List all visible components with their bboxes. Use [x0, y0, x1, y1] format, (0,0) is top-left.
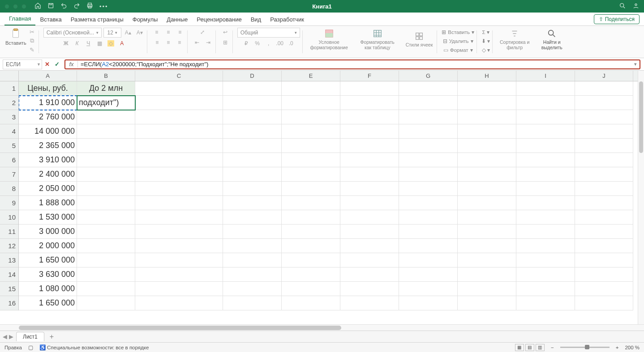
zoom-in-button[interactable]: + — [616, 345, 619, 350]
cell[interactable] — [340, 253, 399, 267]
tab-data[interactable]: Данные — [162, 13, 192, 25]
italic-button[interactable]: К — [72, 39, 82, 48]
add-sheet-button[interactable]: + — [47, 333, 56, 341]
tab-home[interactable]: Главная — [4, 13, 35, 25]
column-header[interactable]: B — [77, 71, 135, 81]
cell[interactable] — [135, 124, 223, 139]
cell[interactable] — [135, 267, 223, 282]
cell[interactable] — [575, 167, 633, 182]
format-as-table-button[interactable]: Форматировать как таблицу — [356, 28, 399, 51]
increase-decimal-icon[interactable]: .00 — [275, 39, 285, 48]
cell[interactable] — [399, 210, 458, 225]
cell[interactable] — [223, 182, 282, 196]
home-icon[interactable] — [34, 2, 41, 10]
align-right-icon[interactable]: ≡ — [175, 38, 185, 47]
cell[interactable] — [282, 196, 340, 210]
cell[interactable] — [282, 153, 340, 167]
tab-review[interactable]: Рецензирование — [192, 13, 246, 25]
align-top-icon[interactable]: ≡ — [152, 28, 162, 37]
column-header[interactable]: G — [399, 71, 458, 81]
fx-icon[interactable]: fx — [65, 61, 78, 68]
column-header[interactable]: E — [282, 71, 340, 81]
row-header[interactable]: 10 — [0, 210, 18, 225]
cell[interactable] — [340, 96, 399, 110]
bold-button[interactable]: Ж — [61, 39, 71, 48]
cell[interactable] — [516, 167, 575, 182]
cell[interactable]: 1 910 000 — [19, 96, 77, 110]
column-header[interactable]: A — [19, 71, 77, 81]
conditional-formatting-button[interactable]: Условное форматирование — [307, 28, 351, 51]
cell[interactable] — [77, 139, 135, 153]
cell[interactable]: 1 080 000 — [19, 282, 77, 296]
formula-expand-icon[interactable]: ▾ — [634, 61, 637, 67]
cell[interactable] — [516, 81, 575, 96]
row-header[interactable]: 5 — [0, 139, 18, 153]
cell[interactable] — [399, 153, 458, 167]
cell[interactable] — [340, 296, 399, 310]
cut-icon[interactable]: ✂ — [28, 28, 36, 36]
view-normal-icon[interactable]: ▦ — [515, 344, 524, 351]
cell[interactable] — [458, 253, 516, 267]
close-window[interactable] — [4, 4, 9, 9]
sheet-prev-icon[interactable]: ◀ — [3, 333, 7, 340]
number-format-select[interactable]: Общий▾ — [237, 28, 300, 38]
border-button[interactable]: ▦ — [94, 39, 104, 48]
row-header[interactable]: 2 — [0, 96, 18, 110]
cell[interactable] — [575, 267, 633, 282]
search-icon[interactable] — [619, 2, 626, 11]
cell[interactable] — [77, 239, 135, 253]
cell[interactable] — [282, 124, 340, 139]
cell[interactable] — [77, 267, 135, 282]
cell[interactable] — [135, 296, 223, 310]
align-center-icon[interactable]: ≡ — [163, 38, 173, 47]
cell[interactable] — [575, 296, 633, 310]
percent-icon[interactable]: % — [253, 39, 262, 48]
decrease-font-icon[interactable]: A▾ — [135, 28, 145, 37]
cell[interactable] — [516, 124, 575, 139]
cell[interactable] — [516, 210, 575, 225]
cell[interactable] — [77, 196, 135, 210]
cell[interactable] — [282, 139, 340, 153]
cell[interactable] — [223, 267, 282, 282]
column-header[interactable]: J — [575, 71, 633, 81]
cell[interactable] — [282, 296, 340, 310]
cell[interactable] — [516, 96, 575, 110]
cell[interactable] — [135, 139, 223, 153]
cell[interactable] — [340, 153, 399, 167]
cell[interactable] — [223, 239, 282, 253]
cell[interactable] — [135, 110, 223, 124]
autosum-button[interactable]: Σ ▾ — [482, 28, 489, 37]
cell-styles-button[interactable]: Стили ячеек — [404, 30, 435, 48]
cell[interactable] — [77, 296, 135, 310]
cell[interactable] — [223, 110, 282, 124]
print-icon[interactable] — [86, 2, 93, 10]
cell[interactable] — [340, 210, 399, 225]
cell[interactable] — [223, 196, 282, 210]
cell[interactable] — [340, 139, 399, 153]
cell[interactable]: 1 530 000 — [19, 210, 77, 225]
cell[interactable] — [399, 253, 458, 267]
cell[interactable] — [458, 81, 516, 96]
cell[interactable] — [575, 81, 633, 96]
cell[interactable] — [77, 253, 135, 267]
cells-insert-button[interactable]: ⊞Вставить ▾ — [442, 28, 474, 37]
cell[interactable] — [282, 182, 340, 196]
cell[interactable] — [77, 124, 135, 139]
cell[interactable] — [458, 182, 516, 196]
cell[interactable]: 2 400 000 — [19, 167, 77, 182]
cell[interactable] — [575, 153, 633, 167]
row-header[interactable]: 3 — [0, 110, 18, 124]
fill-color-button[interactable]: ◇ — [106, 39, 116, 48]
cell[interactable] — [575, 253, 633, 267]
sheet-tab[interactable]: Лист1 — [16, 332, 44, 341]
cell[interactable] — [282, 239, 340, 253]
cell[interactable] — [135, 239, 223, 253]
cell[interactable] — [77, 225, 135, 239]
cell[interactable]: 1 650 000 — [19, 253, 77, 267]
row-header[interactable]: 14 — [0, 267, 18, 282]
cell[interactable] — [223, 210, 282, 225]
cell[interactable] — [77, 210, 135, 225]
cell[interactable] — [135, 225, 223, 239]
cell[interactable] — [135, 210, 223, 225]
cell[interactable]: 1 888 000 — [19, 196, 77, 210]
